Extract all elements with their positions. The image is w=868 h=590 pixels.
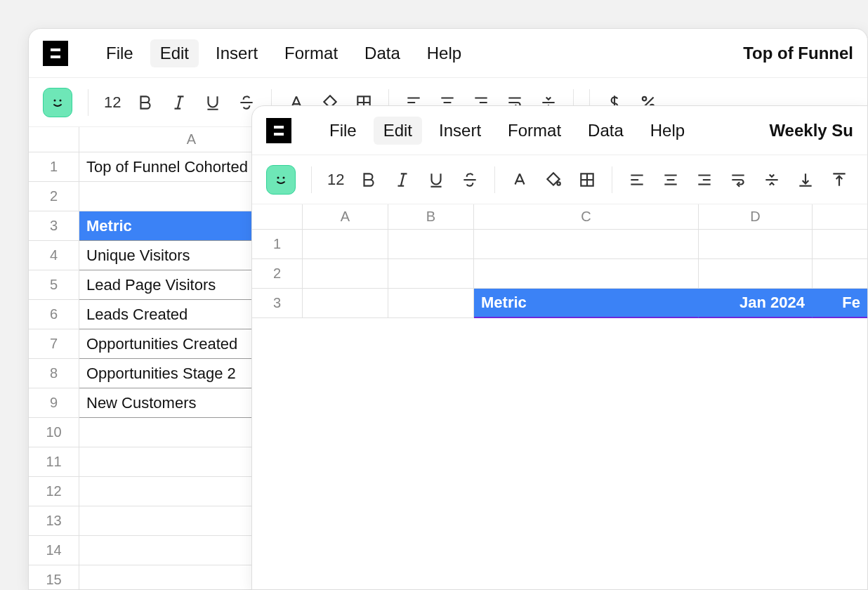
svg-rect-26 <box>274 126 284 129</box>
row-number[interactable]: 13 <box>29 506 79 536</box>
menu-edit[interactable]: Edit <box>374 117 422 145</box>
cell[interactable] <box>474 230 699 259</box>
bold-icon[interactable] <box>360 171 378 189</box>
col-header-b[interactable]: B <box>388 204 474 229</box>
row-number[interactable]: 4 <box>29 241 79 270</box>
menu-data[interactable]: Data <box>355 39 410 67</box>
cell[interactable] <box>303 259 388 289</box>
cell[interactable] <box>474 259 699 289</box>
menubar: File Edit Insert Format Data Help Weekly… <box>252 106 867 155</box>
svg-line-6 <box>178 96 180 108</box>
toolbar: 12 <box>252 155 867 204</box>
face-icon[interactable] <box>266 165 296 195</box>
cell[interactable] <box>813 259 867 289</box>
cell[interactable] <box>388 230 474 259</box>
row-number[interactable]: 9 <box>29 388 79 418</box>
row-number[interactable]: 10 <box>29 418 79 447</box>
row-number[interactable]: 8 <box>29 359 79 388</box>
row-number[interactable]: 2 <box>252 259 303 289</box>
document-title: Weekly Su <box>769 121 853 140</box>
strikethrough-icon[interactable] <box>461 171 479 189</box>
row-number[interactable]: 12 <box>29 477 79 506</box>
valign-bottom-icon[interactable] <box>796 171 815 189</box>
menu-help[interactable]: Help <box>417 39 471 67</box>
menubar: File Edit Insert Format Data Help Top of… <box>29 29 867 78</box>
svg-point-29 <box>283 176 285 178</box>
face-icon[interactable] <box>43 88 72 117</box>
svg-line-32 <box>401 173 404 185</box>
font-size[interactable]: 12 <box>104 93 121 112</box>
svg-rect-0 <box>51 48 60 51</box>
row-number[interactable]: 7 <box>29 329 79 359</box>
cell[interactable]: Fe <box>813 289 867 318</box>
svg-rect-1 <box>51 55 60 58</box>
italic-icon[interactable] <box>393 171 412 189</box>
fill-color-icon[interactable] <box>544 171 563 189</box>
svg-point-3 <box>60 99 62 101</box>
cell[interactable]: Jan 2024 <box>699 289 813 318</box>
row-number[interactable]: 5 <box>29 270 79 300</box>
cell[interactable]: Metric <box>474 289 699 318</box>
row-number[interactable]: 3 <box>252 289 303 318</box>
cell[interactable] <box>388 259 474 289</box>
strikethrough-icon[interactable] <box>237 93 256 112</box>
valign-top-icon[interactable] <box>830 171 848 189</box>
row-number[interactable]: 1 <box>29 152 79 182</box>
row-number[interactable]: 14 <box>29 536 79 565</box>
app-logo[interactable] <box>43 41 68 66</box>
svg-point-35 <box>558 182 560 185</box>
menu-help[interactable]: Help <box>640 117 695 145</box>
col-header-e[interactable] <box>813 204 867 229</box>
underline-icon[interactable] <box>427 171 445 189</box>
underline-icon[interactable] <box>204 93 222 112</box>
font-size[interactable]: 12 <box>327 171 344 189</box>
menu-insert[interactable]: Insert <box>429 117 491 145</box>
row-number[interactable]: 2 <box>29 182 79 211</box>
col-header-a[interactable]: A <box>303 204 388 229</box>
italic-icon[interactable] <box>170 93 188 112</box>
row-number[interactable]: 1 <box>252 230 303 259</box>
cell[interactable] <box>699 259 813 289</box>
cell[interactable] <box>699 230 813 259</box>
text-color-icon[interactable] <box>511 171 529 189</box>
spreadsheet-window-front: File Edit Insert Format Data Help Weekly… <box>251 105 868 590</box>
cell[interactable] <box>303 289 388 318</box>
cell[interactable] <box>303 230 388 259</box>
column-headers: A B C D <box>252 204 867 230</box>
menu-file[interactable]: File <box>96 39 143 67</box>
cell[interactable] <box>813 230 867 259</box>
menu-format[interactable]: Format <box>275 39 348 67</box>
svg-point-28 <box>277 176 280 178</box>
app-logo[interactable] <box>266 118 291 143</box>
col-header-d[interactable]: D <box>699 204 813 229</box>
grid-rows: 123MetricJan 2024Fe <box>252 230 867 318</box>
menu-edit[interactable]: Edit <box>150 39 199 67</box>
align-right-icon[interactable] <box>695 171 714 189</box>
col-header-c[interactable]: C <box>474 204 699 229</box>
row-number[interactable]: 6 <box>29 300 79 329</box>
menu-data[interactable]: Data <box>578 117 633 145</box>
bold-icon[interactable] <box>136 93 154 112</box>
row-number[interactable]: 15 <box>29 565 79 590</box>
borders-icon[interactable] <box>578 171 596 189</box>
align-left-icon[interactable] <box>628 171 646 189</box>
svg-point-24 <box>643 96 646 100</box>
svg-rect-27 <box>274 133 284 136</box>
wrap-text-icon[interactable] <box>729 171 747 189</box>
row-number[interactable]: 3 <box>29 211 79 241</box>
menu-insert[interactable]: Insert <box>206 39 268 67</box>
svg-point-2 <box>54 99 56 101</box>
align-center-icon[interactable] <box>662 171 680 189</box>
document-title: Top of Funnel <box>743 44 853 63</box>
valign-middle-icon[interactable] <box>763 171 781 189</box>
menu-list: File Edit Insert Format Data Help <box>96 39 471 67</box>
menu-format[interactable]: Format <box>498 117 571 145</box>
cell[interactable] <box>388 289 474 318</box>
row-number[interactable]: 11 <box>29 447 79 477</box>
menu-list: File Edit Insert Format Data Help <box>320 117 695 145</box>
menu-file[interactable]: File <box>320 117 367 145</box>
